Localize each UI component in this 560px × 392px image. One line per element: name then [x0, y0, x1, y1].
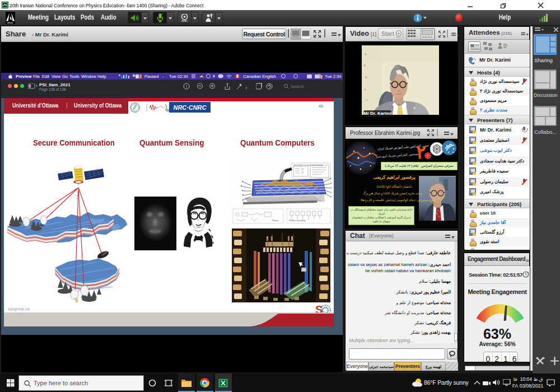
svg-text:Adobe: Adobe [7, 22, 13, 24]
svg-text:NRC·CNRC: NRC·CNRC [174, 104, 207, 111]
svg-text:Quantum circuit & processing: Quantum circuit & processing [293, 164, 323, 166]
svg-text:Photon counting: Photon counting [289, 219, 305, 222]
svg-text:i: i [186, 85, 187, 88]
svg-text:Phase: Phase [272, 219, 279, 222]
